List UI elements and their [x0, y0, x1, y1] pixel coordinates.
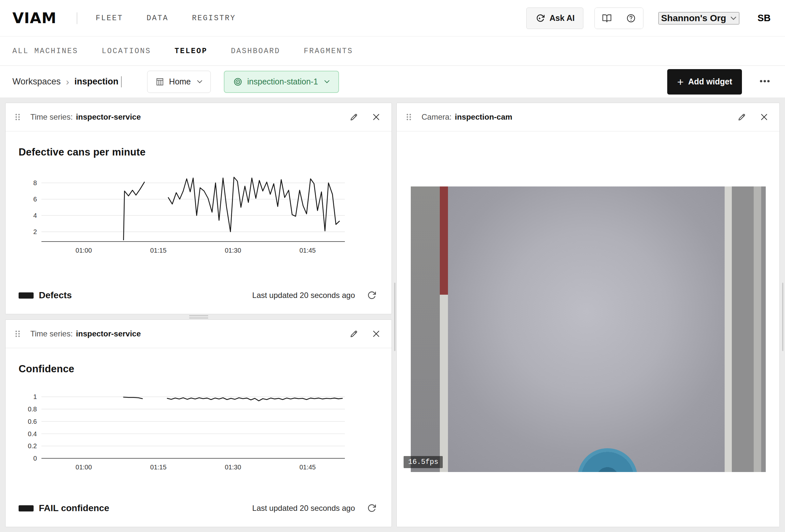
camera-body: 16.5fps — [397, 131, 780, 527]
legend-label: FAIL confidence — [39, 503, 109, 513]
machine-target-icon — [233, 77, 243, 87]
svg-text:01:30: 01:30 — [225, 247, 241, 254]
last-updated-text: Last updated 20 seconds ago — [252, 504, 355, 513]
tab-fragments[interactable]: FRAGMENTS — [304, 47, 353, 55]
breadcrumb-workspace-name[interactable]: inspection — [74, 77, 119, 87]
chart-title: Confidence — [19, 363, 378, 375]
edit-widget-button[interactable] — [347, 327, 361, 341]
top-right-cluster: Ask AI Shannon's Org SB — [526, 7, 773, 29]
edit-widget-button[interactable] — [735, 110, 749, 124]
widget-body: Confidence 00.20.40.60.8101:0001:1501:30… — [5, 348, 391, 527]
refresh-button[interactable] — [365, 501, 378, 515]
help-question-icon[interactable] — [619, 8, 643, 29]
close-widget-button[interactable] — [369, 327, 383, 341]
machine-selector-pill[interactable]: inspection-station-1 — [224, 71, 339, 93]
legend-row: FAIL confidence Last updated 20 seconds … — [19, 501, 378, 515]
last-updated-text: Last updated 20 seconds ago — [252, 291, 355, 300]
close-widget-button[interactable] — [757, 110, 771, 124]
widget-timeseries-confidence: Time series:inspector-service Confiden — [5, 319, 392, 527]
svg-text:01:45: 01:45 — [300, 463, 316, 471]
row-resize-handle[interactable] — [5, 314, 392, 319]
svg-text:6: 6 — [33, 195, 37, 203]
add-widget-button[interactable]: + Add widget — [667, 69, 742, 95]
legend-label: Defects — [39, 290, 72, 300]
widget-title: Camera:inspection-cam — [422, 112, 512, 122]
widget-header: Time series:inspector-service — [5, 103, 391, 131]
overflow-menu-button[interactable] — [757, 75, 773, 88]
svg-text:1: 1 — [33, 393, 37, 400]
column-resize-handle[interactable] — [394, 283, 396, 351]
drag-handle-icon[interactable] — [14, 113, 21, 121]
chart-svg: 00.20.40.60.8101:0001:1501:3001:45 — [19, 388, 348, 473]
legend-swatch — [19, 505, 33, 511]
tab-dashboard[interactable]: DASHBOARD — [231, 47, 280, 55]
svg-text:0.2: 0.2 — [28, 442, 37, 450]
logo-divider — [77, 12, 77, 24]
conveyor-belt — [448, 186, 725, 472]
rename-cursor — [121, 76, 122, 87]
workspace-canvas: Time series:inspector-service Defectiv — [0, 98, 785, 532]
breadcrumb-workspaces[interactable]: Workspaces — [12, 77, 61, 87]
svg-text:0: 0 — [33, 455, 37, 462]
column-resize-handle[interactable] — [782, 283, 783, 351]
edit-widget-button[interactable] — [347, 110, 361, 124]
chevron-down-icon — [730, 16, 737, 20]
widget-header: Time series:inspector-service — [5, 320, 391, 348]
chart-title: Defective cans per minute — [19, 147, 378, 158]
ask-ai-button[interactable]: Ask AI — [526, 7, 583, 29]
close-widget-button[interactable] — [369, 110, 383, 124]
nav-data[interactable]: DATA — [147, 14, 168, 23]
main-nav: FLEET DATA REGISTRY — [96, 14, 236, 23]
nav-fleet[interactable]: FLEET — [96, 14, 123, 23]
right-rail-band — [754, 186, 761, 472]
nav-registry[interactable]: REGISTRY — [192, 14, 235, 23]
org-switcher[interactable]: Shannon's Org — [658, 12, 739, 24]
red-marker-bar — [440, 186, 448, 295]
svg-text:0.6: 0.6 — [28, 418, 37, 425]
chevron-down-icon — [197, 80, 203, 83]
svg-text:01:15: 01:15 — [150, 463, 167, 471]
top-bar: VIAM FLEET DATA REGISTRY Ask AI — [0, 0, 785, 36]
svg-text:01:45: 01:45 — [300, 247, 316, 254]
help-icon-group — [594, 7, 643, 29]
svg-text:8: 8 — [33, 179, 37, 186]
building-icon — [155, 77, 164, 86]
user-avatar[interactable]: SB — [756, 12, 773, 24]
confidence-line-chart: 00.20.40.60.8101:0001:1501:3001:45 — [19, 388, 378, 475]
legend-row: Defects Last updated 20 seconds ago — [19, 289, 378, 302]
tab-teleop[interactable]: TELEOP — [175, 47, 207, 55]
refresh-button[interactable] — [365, 289, 378, 302]
widget-timeseries-defects: Time series:inspector-service Defectiv — [5, 103, 392, 314]
widget-title: Time series:inspector-service — [30, 112, 141, 122]
fleet-tabs: ALL MACHINES LOCATIONS TELEOP DASHBOARD … — [0, 36, 785, 66]
workspace-toolbar: Workspaces › inspection Home inspection-… — [0, 66, 785, 98]
viam-logo[interactable]: VIAM — [12, 9, 56, 27]
tab-all-machines[interactable]: ALL MACHINES — [12, 47, 78, 55]
plus-icon: + — [677, 76, 684, 87]
svg-text:01:15: 01:15 — [150, 247, 167, 254]
location-home-dropdown[interactable]: Home — [147, 71, 211, 93]
drag-handle-icon[interactable] — [14, 329, 21, 338]
drag-handle-icon[interactable] — [405, 113, 412, 121]
svg-text:2: 2 — [33, 228, 37, 235]
widget-header: Camera:inspection-cam — [397, 103, 780, 131]
svg-text:4: 4 — [33, 212, 37, 219]
breadcrumb-separator: › — [66, 76, 69, 87]
chevron-down-icon — [324, 80, 330, 83]
svg-text:0.4: 0.4 — [28, 430, 37, 437]
svg-text:01:30: 01:30 — [225, 463, 241, 471]
widget-camera: Camera:inspection-cam — [397, 103, 780, 527]
svg-text:01:00: 01:00 — [76, 247, 92, 254]
widget-title: Time series:inspector-service — [30, 329, 141, 338]
docs-book-icon[interactable] — [595, 8, 619, 29]
conveyor-right-rail — [732, 186, 766, 472]
chart-svg: 246801:0001:1501:3001:45 — [19, 171, 348, 257]
left-column: Time series:inspector-service Defectiv — [5, 103, 392, 532]
conveyor-left-stripe — [440, 186, 448, 472]
tab-locations[interactable]: LOCATIONS — [102, 47, 151, 55]
conveyor-right-stripe — [725, 186, 732, 472]
legend-swatch — [19, 292, 33, 299]
fps-badge: 16.5fps — [404, 456, 443, 468]
ask-ai-icon — [535, 14, 545, 23]
resize-grip-icon — [189, 315, 208, 318]
